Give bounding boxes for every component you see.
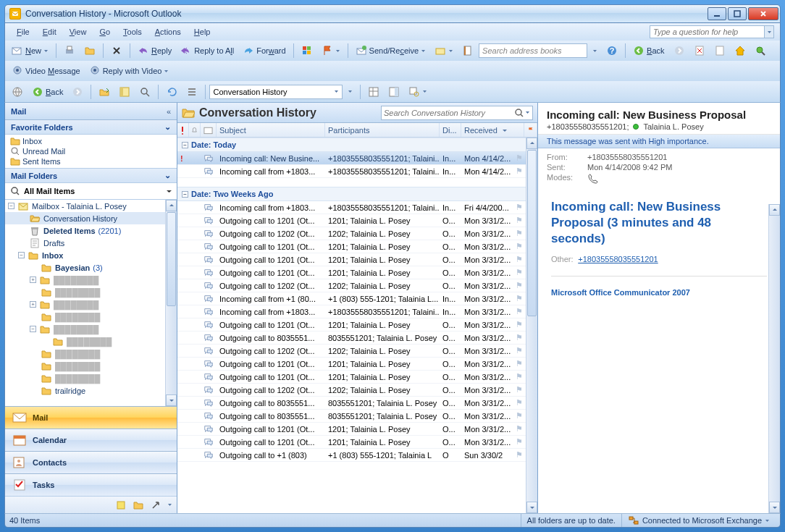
flag-cell[interactable]: ⚑ <box>513 410 526 422</box>
expand-icon[interactable]: − <box>8 203 14 209</box>
tree-item[interactable]: Bayesian (3) <box>5 261 165 274</box>
list-item[interactable]: Incoming call from +1803...+180355580355… <box>177 165 526 178</box>
list-item[interactable]: Outgoing call to 8035551...8035551201; T… <box>177 410 526 423</box>
tree-item[interactable]: trailridge <box>5 384 165 397</box>
windows-flag-button[interactable] <box>298 43 316 58</box>
flag-cell[interactable]: ⚑ <box>513 305 526 318</box>
flag-cell[interactable]: ⚑ <box>513 371 526 383</box>
flag-cell[interactable]: ⚑ <box>513 436 526 448</box>
list-item[interactable]: Outgoing call to +1 (803)+1 (803) 555-12… <box>177 449 526 462</box>
home-button[interactable] <box>731 43 750 58</box>
tree-item[interactable]: ████████ <box>5 311 165 323</box>
list-item[interactable]: Outgoing call to 1201 (Ot...1201; Talain… <box>177 358 526 371</box>
flag-cell[interactable]: ⚑ <box>513 279 526 292</box>
expand-icon[interactable]: + <box>30 301 36 308</box>
move-to-folder-button[interactable] <box>80 43 99 58</box>
nav-mail-button[interactable]: Mail <box>5 406 177 428</box>
categorize-button[interactable] <box>318 43 344 58</box>
flag-cell[interactable]: ⚑ <box>513 165 526 177</box>
notes-icon[interactable] <box>115 499 127 511</box>
nav-undo-button[interactable] <box>162 85 181 99</box>
back-button[interactable]: Back <box>629 43 668 58</box>
forward-button[interactable]: Forward <box>239 43 289 58</box>
reading-scrollbar[interactable] <box>768 204 780 513</box>
menu-help[interactable]: Help <box>188 25 217 38</box>
favorite-folders-header[interactable]: Favorite Folders ⌄ <box>5 120 177 135</box>
location-combo[interactable]: Conversation History <box>209 85 343 99</box>
expand-icon[interactable]: − <box>18 252 25 258</box>
tree-item[interactable]: ████████ <box>5 347 165 360</box>
read-scroll-down[interactable] <box>769 502 780 513</box>
list-item[interactable]: Outgoing call to 1201 (Ot...1201; Talain… <box>177 371 526 384</box>
list-item[interactable]: Outgoing call to 1202 (Ot...1202; Talain… <box>177 345 526 358</box>
list-item[interactable]: Incoming call from +1803...+180355580355… <box>177 201 526 214</box>
menu-file[interactable]: File <box>11 25 35 38</box>
menu-actions[interactable]: Actions <box>149 25 187 38</box>
flag-cell[interactable]: ⚑ <box>513 266 526 279</box>
tree-item[interactable]: −Inbox <box>5 249 165 261</box>
collapse-mail-icon[interactable]: ⌄ <box>164 171 171 180</box>
menu-tools[interactable]: Tools <box>117 25 148 38</box>
list-item[interactable]: Incoming call from +1 (80...+1 (803) 555… <box>177 292 526 305</box>
favorite-sent-items[interactable]: Sent Items <box>5 156 177 166</box>
address-book-button[interactable] <box>458 43 477 58</box>
list-search-input[interactable] <box>384 109 513 117</box>
list-scroll-down[interactable] <box>526 502 537 513</box>
new-button[interactable]: New <box>8 43 52 58</box>
reply-all-button[interactable]: Reply to All <box>177 43 238 58</box>
flag-cell[interactable]: ⚑ <box>513 332 526 344</box>
tree-item[interactable]: Drafts <box>5 237 165 249</box>
favorite-unread-mail[interactable]: Unread Mail <box>5 146 177 156</box>
nav-contacts-button[interactable]: Contacts <box>5 451 177 473</box>
other-phone-link[interactable]: +18035558035551201 <box>578 255 658 263</box>
reply-button[interactable]: Reply <box>134 43 175 58</box>
nav-globe-button[interactable] <box>8 85 27 99</box>
list-item[interactable]: !Incoming call: New Busine...+1803555803… <box>177 152 526 165</box>
flag-cell[interactable]: ⚑ <box>513 214 526 227</box>
flag-cell[interactable]: ⚑ <box>513 253 526 266</box>
tree-item[interactable]: −Mailbox - Talainia L. Posey <box>5 200 165 212</box>
col-direction[interactable]: Di... <box>440 123 461 137</box>
list-scroll-up[interactable] <box>526 138 537 149</box>
list-search[interactable] <box>381 106 533 120</box>
col-icon[interactable] <box>201 123 217 137</box>
nav-pane-button[interactable] <box>115 85 134 99</box>
nav-back-button[interactable]: Back <box>28 85 67 99</box>
delete-button[interactable] <box>107 43 126 58</box>
collapse-nav-icon[interactable]: « <box>167 107 171 116</box>
unknown-1[interactable] <box>690 43 709 58</box>
list-scroll-thumb[interactable] <box>527 150 537 316</box>
list-item[interactable]: Outgoing call to 1201 (Ot...1201; Talain… <box>177 240 526 253</box>
tree-item[interactable]: ████████ <box>5 335 165 347</box>
menu-go[interactable]: Go <box>93 25 116 38</box>
shortcuts-icon[interactable] <box>150 499 161 511</box>
address-search[interactable]: Search address books <box>479 43 587 58</box>
view-1[interactable] <box>364 85 383 99</box>
expand-icon[interactable]: + <box>30 276 36 283</box>
flag-cell[interactable]: ⚑ <box>513 423 526 435</box>
menu-view[interactable]: View <box>64 25 93 38</box>
tree-item[interactable]: Deleted Items (2201) <box>5 224 165 237</box>
tree-item[interactable]: +████████ <box>5 298 165 311</box>
flag-cell[interactable]: ⚑ <box>513 449 526 461</box>
nav-forward-button[interactable] <box>68 85 87 99</box>
scroll-thumb[interactable] <box>167 212 176 306</box>
group-header[interactable]: −Date: Today <box>177 138 526 152</box>
list-item[interactable]: Outgoing call to 1202 (Ot...1202; Talain… <box>177 279 526 292</box>
scroll-up-button[interactable] <box>166 200 177 211</box>
close-button[interactable] <box>748 7 778 20</box>
flag-cell[interactable]: ⚑ <box>513 240 526 253</box>
list-item[interactable]: Incoming call from +1803...+180355580355… <box>177 305 526 318</box>
importance-infobar[interactable]: This message was sent with High importan… <box>538 135 780 148</box>
list-item[interactable]: Outgoing call to 1202 (Ot...1202; Talain… <box>177 227 526 240</box>
video-message-button[interactable]: Video Message <box>8 64 84 78</box>
all-mail-items[interactable]: All Mail Items <box>5 183 177 200</box>
tree-item[interactable]: ████████ <box>5 360 165 372</box>
status-connection[interactable]: Connected to Microsoft Exchange <box>621 514 776 527</box>
flag-cell[interactable]: ⚑ <box>513 227 526 240</box>
favorite-inbox[interactable]: Inbox <box>5 136 177 146</box>
tree-scrollbar[interactable] <box>165 200 177 406</box>
minimize-button[interactable] <box>708 7 726 20</box>
list-item[interactable]: Outgoing call to 1201 (Ot...1201; Talain… <box>177 266 526 279</box>
flag-cell[interactable]: ⚑ <box>513 397 526 409</box>
